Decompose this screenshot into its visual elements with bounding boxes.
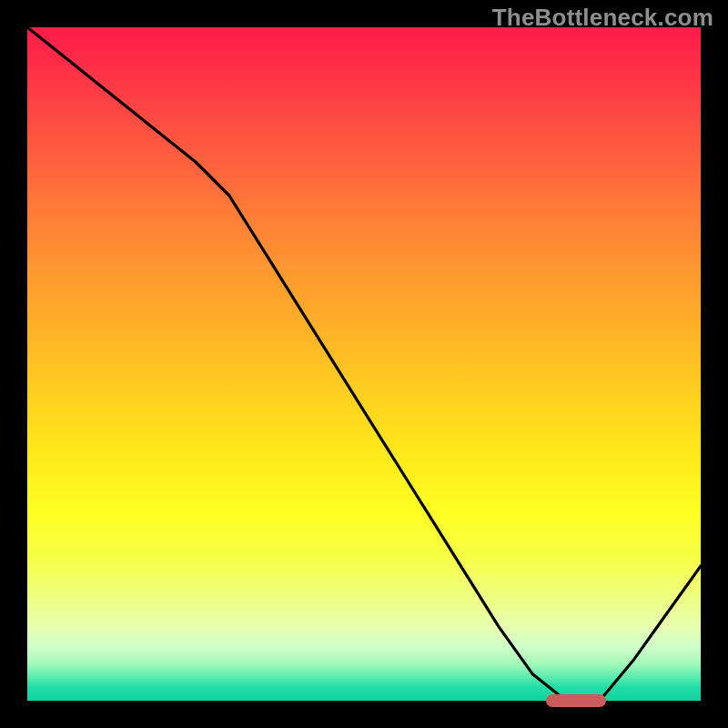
optimal-zone-marker (546, 694, 607, 707)
curve-path (27, 27, 701, 701)
chart-frame: TheBottleneck.com (0, 0, 728, 728)
bottleneck-curve (27, 27, 701, 701)
plot-area (27, 27, 701, 701)
